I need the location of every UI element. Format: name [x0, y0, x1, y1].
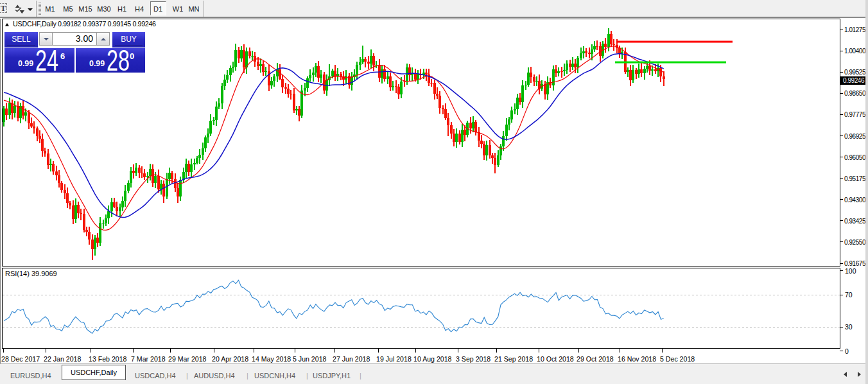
svg-text:20 Apr 2018: 20 Apr 2018: [212, 355, 248, 363]
svg-text:0.95175: 0.95175: [844, 175, 866, 182]
svg-text:0.99246: 0.99246: [843, 77, 865, 84]
svg-text:21 Sep 2018: 21 Sep 2018: [494, 355, 533, 363]
svg-text:0.91675: 0.91675: [844, 260, 866, 267]
svg-text:0.97775: 0.97775: [844, 111, 866, 118]
svg-text:19 Jul 2018: 19 Jul 2018: [376, 355, 412, 363]
svg-text:0.98650: 0.98650: [844, 90, 866, 97]
svg-text:7 Mar 2018: 7 Mar 2018: [131, 355, 166, 363]
svg-text:0.92550: 0.92550: [844, 239, 866, 246]
svg-text:29 Mar 2018: 29 Mar 2018: [168, 355, 207, 363]
svg-text:16 Nov 2018: 16 Nov 2018: [618, 355, 656, 363]
svg-text:USDCHF,Daily: USDCHF,Daily: [13, 20, 57, 28]
svg-text:13 Feb 2018: 13 Feb 2018: [89, 355, 127, 363]
svg-text:0.96925: 0.96925: [844, 133, 866, 140]
svg-text:10 Aug 2018: 10 Aug 2018: [413, 355, 452, 363]
svg-text:27 Jun 2018: 27 Jun 2018: [333, 355, 370, 363]
svg-text:0.96050: 0.96050: [844, 154, 866, 161]
svg-text:5 Dec 2018: 5 Dec 2018: [660, 355, 695, 363]
svg-text:RSI(14) 39.9069: RSI(14) 39.9069: [5, 270, 57, 277]
svg-text:5 Jun 2018: 5 Jun 2018: [293, 355, 327, 363]
svg-text:14 May 2018: 14 May 2018: [252, 355, 291, 363]
svg-text:70: 70: [845, 291, 853, 299]
svg-text:100: 100: [845, 267, 856, 275]
svg-text:29 Oct 2018: 29 Oct 2018: [577, 355, 614, 363]
svg-text:10 Oct 2018: 10 Oct 2018: [537, 355, 574, 363]
svg-text:1.00400: 1.00400: [844, 48, 866, 55]
svg-text:1.01275: 1.01275: [844, 26, 866, 33]
svg-text:0.93425: 0.93425: [844, 218, 866, 225]
svg-text:22 Jan 2018: 22 Jan 2018: [44, 355, 81, 363]
svg-text:0.99525: 0.99525: [844, 69, 866, 76]
svg-text:0: 0: [845, 347, 849, 355]
svg-text:28 Dec 2017: 28 Dec 2017: [1, 355, 40, 363]
svg-text:0.94300: 0.94300: [844, 196, 866, 204]
svg-text:0.99182 0.99377 0.99145 0.9924: 0.99182 0.99377 0.99145 0.99246: [58, 20, 156, 28]
svg-text:30: 30: [845, 323, 853, 331]
svg-text:3 Sep 2018: 3 Sep 2018: [456, 355, 490, 363]
